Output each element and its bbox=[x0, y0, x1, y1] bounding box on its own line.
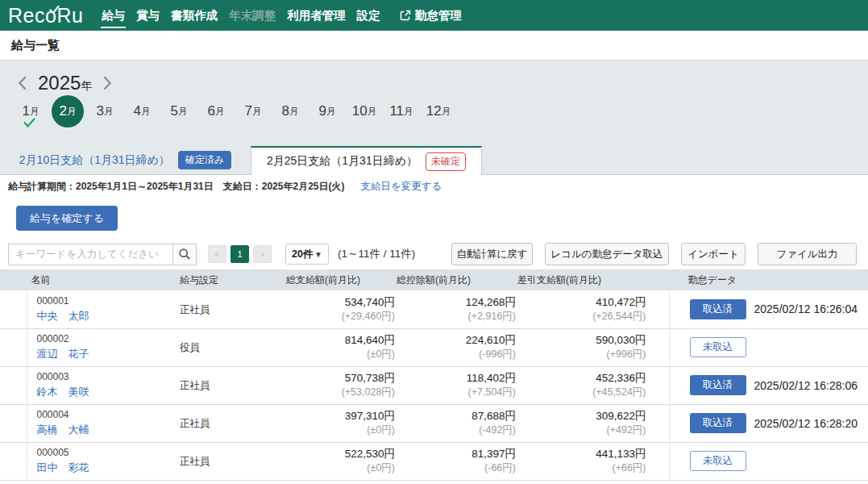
prev-page-button[interactable]: < bbox=[208, 245, 226, 263]
nav-item-4[interactable]: 利用者管理 bbox=[281, 0, 351, 31]
header-name: 名前 bbox=[27, 269, 169, 290]
payday-label: 支給日： bbox=[223, 181, 262, 192]
year-navigation: 2025年 bbox=[18, 71, 868, 95]
tab-payday-feb25[interactable]: 2月25日支給（1月31日締め） 未確定 bbox=[251, 146, 482, 175]
payday-value: 2025年2月25日(火) bbox=[262, 181, 345, 192]
page-title: 給与一覧 bbox=[11, 38, 60, 53]
change-payday-link[interactable]: 支給日を変更する bbox=[360, 180, 442, 194]
next-page-button[interactable]: > bbox=[253, 245, 272, 263]
attendance-badge[interactable]: 取込済 bbox=[690, 299, 746, 319]
deduction-amount: 124,268円 bbox=[397, 295, 516, 310]
attendance-badge[interactable]: 未取込 bbox=[690, 337, 746, 357]
confirm-salary-button[interactable]: 給与を確定する bbox=[16, 206, 118, 231]
header-net: 差引支給額(前月比) bbox=[517, 269, 669, 290]
table-row: 000005 田中 彩花 正社員 522,530円 (±0円) 81,397円 … bbox=[0, 442, 868, 480]
year-label: 2025年 bbox=[38, 72, 92, 94]
gross-amount: 814,640円 bbox=[286, 333, 395, 348]
top-navbar: RecoRu 給与賞与書類作成年末調整利用者管理設定 勤怠管理 bbox=[0, 0, 868, 31]
employee-id: 000001 bbox=[37, 294, 170, 308]
month-tab-4[interactable]: 4月 bbox=[126, 95, 158, 127]
month-tab-6[interactable]: 6月 bbox=[200, 95, 232, 127]
import-attendance-button[interactable]: レコルの勤怠データ取込 bbox=[545, 243, 669, 265]
reset-auto-calc-button[interactable]: 自動計算に戻す bbox=[451, 243, 533, 265]
deduction-amount: 118,402円 bbox=[397, 371, 516, 386]
table-header-row: 名前 給与設定 総支給額(前月比) 総控除額(前月比) 差引支給額(前月比) 勤… bbox=[0, 269, 868, 290]
header-gross: 総支給額(前月比) bbox=[286, 269, 397, 290]
export-button[interactable]: ファイル出力 bbox=[758, 243, 857, 265]
deduction-diff: (-492円) bbox=[397, 424, 516, 437]
net-amount: 452,336円 bbox=[517, 371, 646, 386]
nav-attendance-link[interactable]: 勤怠管理 bbox=[400, 8, 462, 23]
month-tab-3[interactable]: 3月 bbox=[89, 95, 121, 127]
month-tab-9[interactable]: 9月 bbox=[311, 95, 343, 127]
month-tab-10[interactable]: 10月 bbox=[348, 95, 380, 127]
search-input[interactable] bbox=[8, 244, 172, 265]
unconfirmed-badge: 未確定 bbox=[426, 152, 466, 171]
current-page-button[interactable]: 1 bbox=[230, 245, 249, 263]
net-amount: 309,622円 bbox=[517, 409, 646, 424]
page-title-bar: 給与一覧 bbox=[0, 31, 868, 60]
gross-amount: 534,740円 bbox=[286, 295, 395, 310]
search-button[interactable] bbox=[172, 244, 197, 265]
recoru-logo[interactable]: RecoRu bbox=[8, 6, 83, 26]
employee-name-link[interactable]: 渡辺 花子 bbox=[37, 347, 170, 362]
header-deduction: 総控除額(前月比) bbox=[397, 269, 517, 290]
header-attendance: 勤怠データ bbox=[669, 269, 868, 290]
chevron-down-icon: ▼ bbox=[314, 250, 322, 259]
attendance-timestamp: 2025/02/12 16:28:20 bbox=[754, 417, 858, 430]
month-tab-1[interactable]: 1月 bbox=[15, 95, 47, 127]
gross-diff: (+53,028円) bbox=[286, 386, 395, 399]
result-count: (1～11件 / 11件) bbox=[338, 247, 415, 261]
period-label: 給与計算期間： bbox=[8, 181, 76, 192]
net-amount: 441,133円 bbox=[517, 447, 646, 461]
net-diff: (+26,544円) bbox=[517, 310, 646, 323]
employee-name-link[interactable]: 田中 彩花 bbox=[37, 461, 170, 476]
employee-id: 000003 bbox=[37, 370, 170, 384]
nav-item-0[interactable]: 給与 bbox=[96, 0, 131, 31]
nav-item-2[interactable]: 書類作成 bbox=[165, 0, 223, 31]
deduction-diff: (-66円) bbox=[397, 461, 516, 475]
net-diff: (+45,524円) bbox=[517, 386, 646, 399]
month-tab-8[interactable]: 8月 bbox=[274, 95, 306, 127]
logo-check-icon bbox=[49, 6, 60, 15]
nav-item-3[interactable]: 年末調整 bbox=[223, 0, 281, 31]
salary-type: 正社員 bbox=[180, 380, 210, 391]
search-icon bbox=[178, 248, 191, 261]
nav-item-1[interactable]: 賞与 bbox=[131, 0, 165, 31]
nav-item-5[interactable]: 設定 bbox=[351, 0, 386, 31]
attendance-badge[interactable]: 取込済 bbox=[690, 375, 746, 395]
employee-name-link[interactable]: 鈴木 美咲 bbox=[37, 385, 170, 400]
attendance-badge[interactable]: 取込済 bbox=[690, 413, 746, 433]
pagination: < 1 > bbox=[208, 245, 272, 263]
attendance-badge[interactable]: 未取込 bbox=[690, 451, 746, 471]
header-type: 給与設定 bbox=[169, 269, 286, 290]
gross-amount: 397,310円 bbox=[286, 409, 395, 424]
tab-payday-feb10[interactable]: 2月10日支給（1月31日締め） 確定済み bbox=[0, 146, 251, 174]
employee-id: 000004 bbox=[37, 408, 170, 422]
prev-year-button[interactable] bbox=[18, 76, 27, 90]
deduction-amount: 224,610円 bbox=[397, 333, 516, 348]
employee-name-link[interactable]: 高橋 大輔 bbox=[37, 423, 170, 438]
pay-period-info: 給与計算期間：2025年1月1日～2025年1月31日 支給日：2025年2月2… bbox=[0, 175, 868, 194]
per-page-select[interactable]: 20件 ▼ bbox=[285, 244, 329, 265]
gross-amount: 570,738円 bbox=[286, 371, 395, 386]
deduction-amount: 87,688円 bbox=[397, 409, 516, 424]
month-tab-11[interactable]: 11月 bbox=[385, 95, 417, 127]
deduction-amount: 81,397円 bbox=[397, 447, 516, 461]
month-tab-2[interactable]: 2月 bbox=[52, 95, 84, 127]
month-tab-12[interactable]: 12月 bbox=[422, 95, 455, 127]
net-diff: (+66円) bbox=[517, 461, 646, 475]
employee-id: 000002 bbox=[37, 332, 170, 346]
employee-name-link[interactable]: 中央 太郎 bbox=[37, 309, 170, 324]
net-diff: (+996円) bbox=[517, 348, 646, 361]
month-tab-5[interactable]: 5月 bbox=[163, 95, 195, 127]
salary-table: 名前 給与設定 総支給額(前月比) 総控除額(前月比) 差引支給額(前月比) 勤… bbox=[0, 269, 868, 481]
salary-type: 正社員 bbox=[180, 418, 210, 429]
month-tab-7[interactable]: 7月 bbox=[237, 95, 269, 127]
table-row: 000003 鈴木 美咲 正社員 570,738円 (+53,028円) 118… bbox=[0, 366, 868, 404]
attendance-timestamp: 2025/02/12 16:28:06 bbox=[754, 379, 858, 392]
next-year-button[interactable] bbox=[103, 76, 112, 90]
deduction-diff: (+7,504円) bbox=[397, 386, 516, 399]
nav-menu: 給与賞与書類作成年末調整利用者管理設定 bbox=[96, 0, 386, 31]
import-button[interactable]: インポート bbox=[681, 243, 745, 265]
